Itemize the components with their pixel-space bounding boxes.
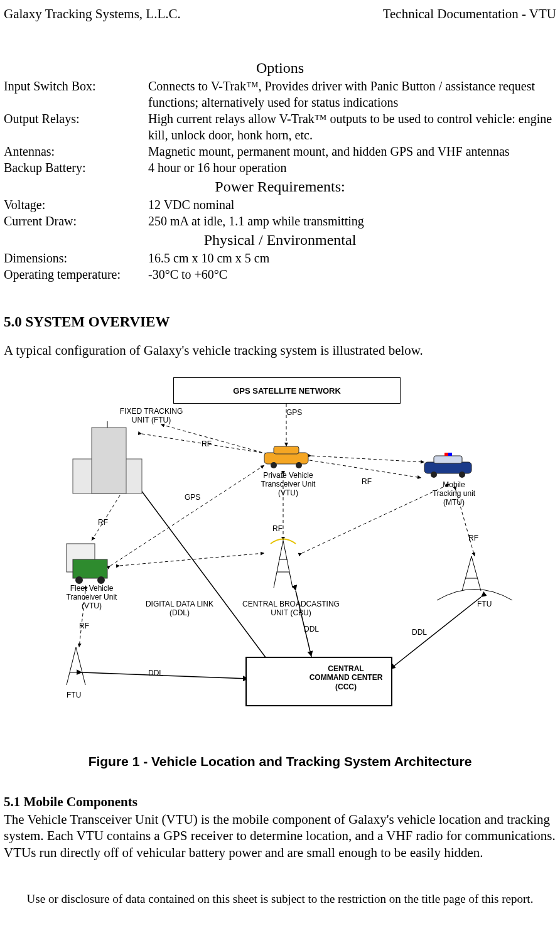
svg-line-39 bbox=[462, 556, 471, 591]
rf-label-6: RF bbox=[79, 622, 89, 631]
svg-line-40 bbox=[471, 556, 481, 591]
options-title: Options bbox=[4, 60, 556, 77]
rf-label-4: RF bbox=[272, 525, 283, 534]
svg-line-14 bbox=[390, 597, 481, 669]
svg-point-31 bbox=[97, 576, 105, 584]
spec-label: Antennas: bbox=[4, 143, 148, 159]
page-header: Galaxy Tracking Systems, L.L.C. Technica… bbox=[4, 6, 556, 22]
svg-rect-18 bbox=[264, 453, 308, 464]
gps-label: GPS bbox=[286, 409, 302, 418]
spec-value: Connects to V-Trak™, Provides driver wit… bbox=[148, 78, 556, 111]
mobile-heading: 5.1 Mobile Components bbox=[4, 794, 556, 810]
mtu-label: Mobile Tracking unit (MTU) bbox=[432, 481, 476, 507]
ddl-label: DIGITAL DATA LINK (DDL) bbox=[145, 600, 214, 618]
spec-label: Current Draw: bbox=[4, 213, 148, 229]
spec-value: 4 hour or 16 hour operation bbox=[148, 159, 556, 176]
svg-rect-29 bbox=[73, 559, 107, 578]
physical-title: Physical / Environmental bbox=[4, 232, 556, 249]
spec-value: Magnetic mount, permanent mount, and hid… bbox=[148, 143, 556, 159]
rf-label-5: RF bbox=[468, 534, 478, 543]
svg-line-4 bbox=[92, 490, 123, 541]
spec-row: Current Draw: 250 mA at idle, 1.1 amp wh… bbox=[4, 213, 556, 229]
vtu-label: Private Vehicle Transceiver Unit (VTU) bbox=[254, 472, 323, 497]
spec-label: Output Relays: bbox=[4, 111, 148, 143]
spec-value: 12 VDC nominal bbox=[148, 197, 556, 213]
svg-line-32 bbox=[274, 541, 283, 588]
rf-label-2: RF bbox=[362, 478, 372, 487]
svg-line-7 bbox=[120, 553, 264, 566]
spec-row: Voltage: 12 VDC nominal bbox=[4, 197, 556, 213]
gps-satellite-box: GPS SATELLITE NETWORK bbox=[173, 377, 401, 404]
svg-rect-22 bbox=[424, 462, 471, 473]
svg-line-37 bbox=[76, 647, 85, 685]
fleet-label: Fleet Vehicle Tranceiver Unit (VTU) bbox=[60, 585, 123, 610]
svg-rect-27 bbox=[448, 453, 452, 456]
svg-line-36 bbox=[67, 647, 76, 685]
svg-line-1 bbox=[161, 424, 267, 454]
spec-value: 16.5 cm x 10 cm x 5 cm bbox=[148, 250, 556, 266]
ccc-box: CENTRAL COMMAND CENTER (CCC) bbox=[245, 657, 392, 706]
ccc-label: CENTRAL COMMAND CENTER (CCC) bbox=[308, 664, 384, 691]
svg-line-8 bbox=[302, 484, 450, 553]
ftu-small-r: FTU bbox=[477, 600, 492, 609]
spec-value: High current relays allow V-Trak™ output… bbox=[148, 111, 556, 143]
ftu-small-l: FTU bbox=[67, 691, 81, 700]
svg-point-20 bbox=[271, 462, 277, 468]
ftu-label: FIXED TRACKING UNIT (FTU) bbox=[110, 407, 192, 425]
spec-label: Dimensions: bbox=[4, 250, 148, 266]
page-footer: Use or disclosure of data contained on t… bbox=[4, 892, 556, 906]
rf-label-3: RF bbox=[98, 519, 108, 527]
spec-value: -30°C to +60°C bbox=[148, 266, 556, 283]
ddl-small-3: DDL bbox=[148, 669, 163, 678]
spec-label: Backup Battery: bbox=[4, 159, 148, 176]
spec-value: 250 mA at idle, 1.1 amp while transmitti… bbox=[148, 213, 556, 229]
gps-label-2: GPS bbox=[185, 493, 200, 502]
header-right: Technical Documentation - VTU bbox=[383, 6, 556, 22]
spec-row: Backup Battery: 4 hour or 16 hour operat… bbox=[4, 159, 556, 176]
svg-point-25 bbox=[459, 472, 465, 478]
svg-line-5 bbox=[110, 465, 264, 566]
rf-label: RF bbox=[202, 440, 212, 449]
system-diagram: GPS SATELLITE NETWORK FIXED TRACKING UNI… bbox=[48, 377, 512, 729]
svg-rect-15 bbox=[73, 459, 142, 493]
mobile-body: The Vehicle Transceiver Unit (VTU) is th… bbox=[4, 811, 556, 861]
svg-line-33 bbox=[283, 541, 293, 588]
spec-label: Input Switch Box: bbox=[4, 78, 148, 111]
svg-line-12 bbox=[139, 487, 267, 660]
power-title: Power Requirements: bbox=[4, 178, 556, 195]
spec-row: Output Relays: High current relays allow… bbox=[4, 111, 556, 143]
spec-label: Voltage: bbox=[4, 197, 148, 213]
svg-rect-23 bbox=[434, 456, 462, 463]
svg-line-11 bbox=[82, 672, 249, 679]
svg-rect-28 bbox=[67, 544, 95, 572]
svg-point-24 bbox=[431, 472, 437, 478]
svg-rect-19 bbox=[274, 446, 299, 454]
spec-row: Operating temperature: -30°C to +60°C bbox=[4, 266, 556, 283]
ddl-small-2: DDL bbox=[412, 628, 427, 637]
svg-rect-26 bbox=[444, 453, 448, 456]
svg-point-21 bbox=[296, 462, 302, 468]
overview-heading: 5.0 SYSTEM OVERVIEW bbox=[4, 314, 556, 330]
spec-row: Antennas: Magnetic mount, permanent moun… bbox=[4, 143, 556, 159]
svg-point-30 bbox=[75, 576, 83, 584]
figure-caption: Figure 1 - Vehicle Location and Tracking… bbox=[4, 754, 556, 769]
ddl-small-1: DDL bbox=[304, 625, 319, 634]
spec-label: Operating temperature: bbox=[4, 266, 148, 283]
spec-row: Dimensions: 16.5 cm x 10 cm x 5 cm bbox=[4, 250, 556, 266]
overview-intro: A typical configuration of Galaxy's vehi… bbox=[4, 343, 556, 358]
svg-line-2 bbox=[311, 456, 424, 462]
spec-row: Input Switch Box: Connects to V-Trak™, P… bbox=[4, 78, 556, 111]
cbu-label: CENTRAL BROADCASTING UNIT (CBU) bbox=[239, 600, 343, 618]
gps-box-label: GPS SATELLITE NETWORK bbox=[233, 386, 341, 396]
header-left: Galaxy Tracking Systems, L.L.C. bbox=[4, 6, 181, 22]
svg-rect-16 bbox=[92, 428, 126, 493]
